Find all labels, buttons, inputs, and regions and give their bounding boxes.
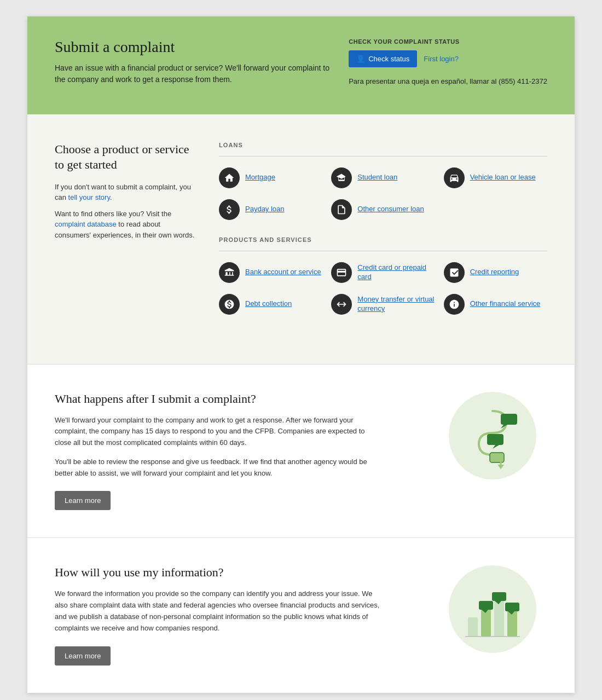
svg-rect-0 <box>501 414 517 425</box>
credit-card-link[interactable]: Credit card or prepaid card <box>357 263 435 282</box>
bank-account-icon <box>219 262 240 283</box>
other-consumer-loan-link[interactable]: Other consumer loan <box>357 205 424 214</box>
use-info-para1: We forward the information you provide s… <box>55 588 383 634</box>
svg-rect-15 <box>505 603 519 611</box>
product-note-1: If you don't want to submit a complaint,… <box>55 182 197 203</box>
svg-marker-3 <box>493 445 499 449</box>
use-info-illustration <box>449 565 547 653</box>
vehicle-loan-icon <box>444 167 465 188</box>
check-status-button[interactable]: 👤 Check status <box>349 50 417 67</box>
products-divider <box>219 251 547 251</box>
bank-account-link[interactable]: Bank account or service <box>245 268 321 277</box>
svg-rect-4 <box>490 453 504 462</box>
svg-rect-7 <box>468 617 478 637</box>
hero-title: Submit a complaint <box>55 38 339 56</box>
product-note-2: Want to find others like you? Visit the … <box>55 209 197 241</box>
after-submit-title: What happens after I submit a complaint? <box>55 392 383 406</box>
mortgage-link[interactable]: Mortgage <box>245 173 275 182</box>
after-submit-para2: You'll be able to review the response an… <box>55 456 383 479</box>
loans-divider <box>219 156 547 157</box>
vehicle-loan-link[interactable]: Vehicle loan or lease <box>470 173 536 182</box>
debt-collection-icon <box>219 294 240 315</box>
complaint-database-link[interactable]: complaint database <box>55 220 117 228</box>
product-item-debt-collection[interactable]: Debt collection <box>219 294 322 315</box>
products-grid: Bank account or serviceCredit card or pr… <box>219 262 547 315</box>
hero-section: Submit a complaint Have an issue with a … <box>27 16 575 114</box>
product-left: Choose a product or service to get start… <box>55 142 197 331</box>
product-chooser-title: Choose a product or service to get start… <box>55 142 197 173</box>
product-item-other-financial[interactable]: Other financial service <box>444 294 547 315</box>
product-item-credit-reporting[interactable]: Credit reporting <box>444 262 547 283</box>
after-submit-section: What happens after I submit a complaint?… <box>27 365 575 539</box>
product-item-other-consumer-loan[interactable]: Other consumer loan <box>331 199 435 220</box>
after-submit-illustration <box>449 392 547 479</box>
use-info-title: How will you use my information? <box>55 565 383 580</box>
svg-rect-2 <box>487 434 503 445</box>
credit-reporting-link[interactable]: Credit reporting <box>470 268 519 277</box>
hero-right: CHECK YOUR COMPLAINT STATUS 👤 Check stat… <box>349 38 547 87</box>
svg-marker-6 <box>497 465 504 469</box>
after-submit-para1: We'll forward your complaint to the comp… <box>55 415 383 449</box>
svg-rect-11 <box>479 601 493 610</box>
loans-grid: MortgageStudent loanVehicle loan or leas… <box>219 167 547 220</box>
use-info-left: How will you use my information? We forw… <box>55 565 383 665</box>
loans-category-label: LOANS <box>219 142 547 148</box>
credit-card-icon <box>331 262 352 283</box>
after-submit-left: What happens after I submit a complaint?… <box>55 392 383 511</box>
credit-reporting-icon <box>444 262 465 283</box>
student-loan-link[interactable]: Student loan <box>357 173 397 182</box>
check-status-row: 👤 Check status First login? <box>349 50 547 67</box>
product-section: Choose a product or service to get start… <box>27 114 575 365</box>
product-item-payday-loan[interactable]: Payday loan <box>219 199 322 220</box>
check-status-label: CHECK YOUR COMPLAINT STATUS <box>349 38 547 45</box>
svg-rect-9 <box>494 598 504 637</box>
products-category-label: PRODUCTS AND SERVICES <box>219 236 547 243</box>
product-item-credit-card[interactable]: Credit card or prepaid card <box>331 262 435 283</box>
debt-collection-link[interactable]: Debt collection <box>245 299 292 309</box>
product-item-mortgage[interactable]: Mortgage <box>219 167 322 188</box>
product-item-bank-account[interactable]: Bank account or service <box>219 262 322 283</box>
product-item-vehicle-loan[interactable]: Vehicle loan or lease <box>444 167 547 188</box>
svg-rect-13 <box>492 592 506 601</box>
money-transfer-link[interactable]: Money transfer or virtual currency <box>357 295 435 314</box>
product-right: LOANS MortgageStudent loanVehicle loan o… <box>219 142 547 331</box>
product-item-money-transfer[interactable]: Money transfer or virtual currency <box>331 294 435 315</box>
student-loan-icon <box>331 167 352 188</box>
use-info-learn-more[interactable]: Learn more <box>55 646 111 666</box>
product-item-student-loan[interactable]: Student loan <box>331 167 435 188</box>
hero-left: Submit a complaint Have an issue with a … <box>55 38 339 85</box>
use-info-section: How will you use my information? We forw… <box>27 538 575 692</box>
payday-loan-icon <box>219 199 240 220</box>
spanish-note: Para presentar una queja en español, lla… <box>349 76 547 87</box>
user-icon: 👤 <box>356 55 365 63</box>
tell-story-link[interactable]: tell your story <box>68 193 110 201</box>
money-transfer-icon <box>331 294 352 315</box>
hero-description: Have an issue with a financial product o… <box>55 62 339 85</box>
first-login-link[interactable]: First login? <box>424 55 459 63</box>
other-financial-link[interactable]: Other financial service <box>470 299 541 309</box>
mortgage-icon <box>219 167 240 188</box>
other-consumer-loan-icon <box>331 199 352 220</box>
payday-loan-link[interactable]: Payday loan <box>245 205 285 214</box>
other-financial-icon <box>444 294 465 315</box>
after-submit-learn-more[interactable]: Learn more <box>55 491 111 510</box>
